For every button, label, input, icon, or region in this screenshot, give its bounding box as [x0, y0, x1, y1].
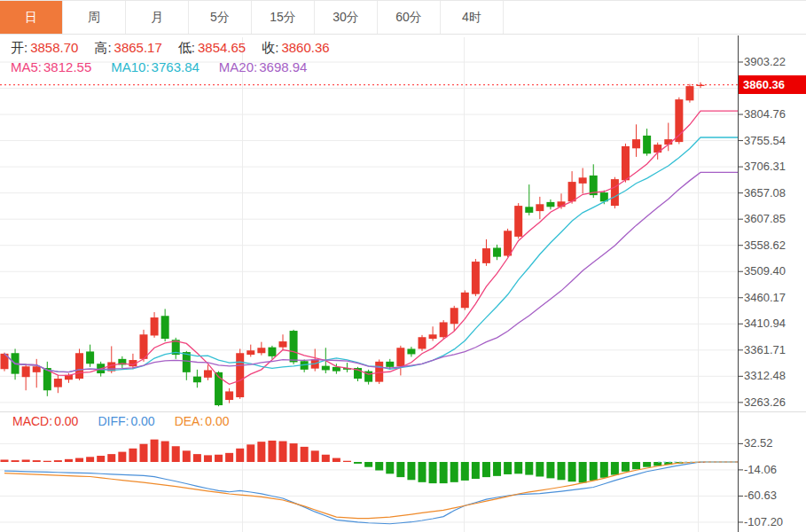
- tab-period-3[interactable]: 5分: [189, 1, 252, 34]
- high-readout: 高:3865.17: [94, 40, 161, 57]
- dea-readout: DEA:0.00: [175, 414, 231, 428]
- ohlc-readout: 开:3858.70 高:3865.17 低:3854.65 收:3860.36: [11, 40, 330, 57]
- ma10-label: MA10:: [111, 59, 149, 74]
- close-readout: 收:3860.36: [262, 40, 329, 57]
- ma5-legend: MA5:3812.55: [11, 59, 93, 74]
- diff-readout: DIFF:0.00: [98, 414, 156, 428]
- dea-value: 0.00: [205, 414, 229, 428]
- macd-readout: MACD:0.00: [12, 414, 80, 428]
- current-price-badge: 3860.36: [739, 75, 806, 94]
- macd-legend: MACD:0.00 DIFF:0.00 DEA:0.00: [12, 414, 231, 428]
- ma-legend: MA5:3812.55 MA10:3763.84 MA20:3698.94: [11, 59, 309, 74]
- tab-period-0[interactable]: 日: [0, 1, 63, 34]
- ma5-value: 3812.55: [43, 59, 91, 74]
- candles-group: [1, 82, 705, 406]
- ma20-label: MA20:: [219, 59, 257, 74]
- diff-label: DIFF:: [98, 414, 129, 428]
- ma5-label: MA5:: [11, 59, 42, 74]
- open-value: 3858.70: [30, 40, 78, 55]
- tab-period-5[interactable]: 30分: [315, 1, 378, 34]
- close-value: 3860.36: [281, 40, 329, 55]
- ma10-value: 3763.84: [152, 59, 200, 74]
- ma20-value: 3698.94: [259, 59, 307, 74]
- ma10-legend: MA10:3763.84: [111, 59, 201, 74]
- low-readout: 低:3854.65: [178, 40, 246, 57]
- tab-period-7[interactable]: 4时: [441, 1, 504, 34]
- ma20-legend: MA20:3698.94: [219, 59, 309, 74]
- diff-value: 0.00: [130, 414, 154, 428]
- high-value: 3865.17: [114, 40, 162, 55]
- kline-chart: [0, 0, 806, 532]
- dea-label: DEA:: [175, 414, 204, 428]
- period-tabbar: 日周月5分15分30分60分4时: [0, 0, 806, 35]
- open-label: 开:: [11, 40, 27, 55]
- low-label: 低:: [178, 40, 195, 55]
- high-label: 高:: [94, 40, 111, 55]
- tab-period-6[interactable]: 60分: [378, 1, 441, 34]
- ma20-line: [4, 172, 738, 372]
- macd-histogram: [1, 440, 705, 483]
- open-readout: 开:3858.70: [11, 40, 78, 57]
- tab-period-1[interactable]: 周: [63, 1, 126, 34]
- tab-period-4[interactable]: 15分: [252, 1, 315, 34]
- low-value: 3854.65: [198, 40, 246, 55]
- close-label: 收:: [262, 40, 278, 55]
- macd-label: MACD:: [12, 414, 52, 428]
- kline-trading-page: { "toolbar": { "tabs": [ {"label": "日", …: [0, 0, 806, 532]
- macd-value: 0.00: [54, 414, 78, 428]
- tab-period-2[interactable]: 月: [126, 1, 189, 34]
